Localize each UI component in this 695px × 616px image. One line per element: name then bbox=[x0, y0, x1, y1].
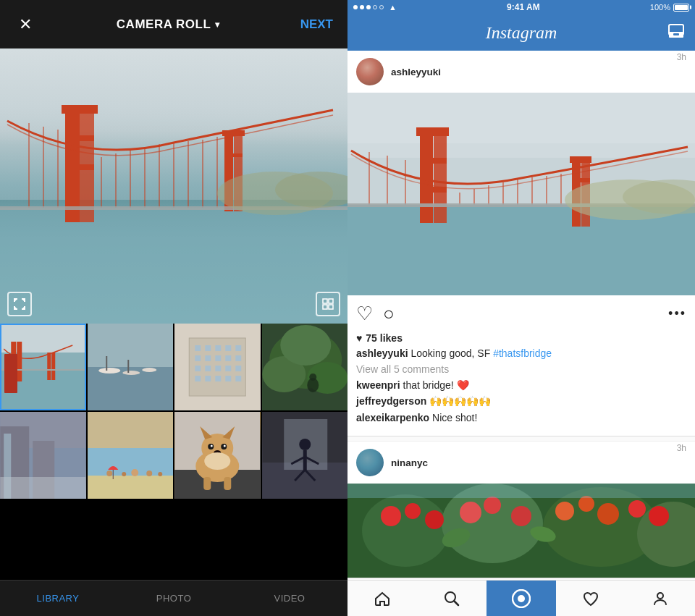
bridge-svg bbox=[0, 48, 348, 324]
thumbnail-8[interactable] bbox=[262, 412, 348, 499]
like-button[interactable]: ♡ bbox=[356, 303, 373, 325]
bottom-tabs: LIBRARY PHOTO VIDEO bbox=[0, 580, 348, 616]
post-1-header: ashleyyuki 3h bbox=[348, 51, 695, 93]
svg-rect-34 bbox=[47, 353, 51, 380]
svg-rect-27 bbox=[323, 305, 327, 309]
inbox-button[interactable] bbox=[668, 24, 684, 42]
svg-rect-64 bbox=[215, 376, 221, 381]
svg-rect-55 bbox=[225, 355, 231, 361]
svg-rect-9 bbox=[224, 153, 243, 157]
main-preview-area bbox=[0, 48, 348, 324]
multi-select-button[interactable] bbox=[316, 292, 340, 316]
battery-pct: 100% bbox=[650, 3, 670, 12]
post-1-user-info: ashleyyuki 3h bbox=[391, 65, 686, 78]
svg-point-149 bbox=[484, 497, 501, 514]
hashtag[interactable]: #thatsfbridge bbox=[493, 347, 552, 359]
camera-nav-icon bbox=[512, 589, 531, 608]
caption-username[interactable]: ashleyyuki bbox=[356, 347, 408, 359]
wifi-icon: ▲ bbox=[389, 3, 397, 12]
svg-point-162 bbox=[518, 595, 525, 602]
nav-profile-button[interactable] bbox=[626, 581, 695, 616]
svg-rect-53 bbox=[205, 355, 211, 361]
svg-rect-119 bbox=[416, 127, 449, 136]
svg-rect-31 bbox=[0, 371, 85, 410]
nav-home-button[interactable] bbox=[348, 581, 417, 616]
svg-rect-62 bbox=[195, 376, 201, 381]
close-button[interactable]: ✕ bbox=[14, 15, 36, 34]
thumbnail-2[interactable] bbox=[88, 324, 174, 410]
thumbnail-6[interactable] bbox=[88, 412, 174, 499]
svg-rect-3 bbox=[62, 105, 98, 114]
svg-rect-120 bbox=[420, 158, 447, 164]
tab-library[interactable]: LIBRARY bbox=[0, 581, 116, 616]
battery-fill bbox=[675, 5, 688, 10]
tab-video[interactable]: VIDEO bbox=[232, 581, 348, 616]
thumbnail-grid bbox=[0, 324, 348, 580]
svg-point-85 bbox=[131, 469, 138, 476]
commenter-2[interactable]: jeffreydgerson bbox=[356, 395, 426, 407]
svg-point-84 bbox=[122, 472, 126, 476]
thumbnail-4[interactable] bbox=[262, 324, 348, 410]
commenter-3[interactable]: alexeikarpenko bbox=[356, 412, 429, 423]
post-1-username[interactable]: ashleyyuki bbox=[391, 67, 441, 77]
svg-rect-32 bbox=[11, 342, 16, 381]
svg-rect-117 bbox=[420, 129, 433, 223]
post-1-avatar[interactable] bbox=[356, 58, 384, 85]
comment-button[interactable]: ○ bbox=[383, 303, 395, 325]
comment-1-text: that bridge! ❤️ bbox=[403, 379, 469, 391]
comment-2: jeffreydgerson 🙌🙌🙌🙌🙌 bbox=[356, 395, 686, 409]
post-1-image bbox=[348, 93, 695, 295]
svg-point-151 bbox=[555, 502, 574, 520]
svg-rect-124 bbox=[570, 156, 591, 163]
battery-bar bbox=[673, 4, 689, 12]
svg-point-39 bbox=[98, 368, 120, 374]
instagram-logo: Instagram bbox=[486, 23, 557, 43]
svg-rect-48 bbox=[205, 345, 211, 351]
thumbnail-1[interactable] bbox=[0, 324, 86, 410]
post-2-username[interactable]: ninanyc bbox=[391, 457, 428, 468]
caption-text: Looking good, SF bbox=[411, 347, 494, 359]
svg-rect-33 bbox=[17, 342, 22, 381]
inbox-icon bbox=[668, 24, 684, 38]
svg-point-96 bbox=[224, 445, 226, 447]
post-1: ashleyyuki 3h bbox=[348, 51, 695, 436]
svg-rect-66 bbox=[235, 376, 241, 381]
tab-photo[interactable]: PHOTO bbox=[116, 581, 232, 616]
post-1-actions: ♡ ○ ••• bbox=[348, 295, 695, 329]
thumbnail-7[interactable] bbox=[174, 412, 261, 499]
thumbnail-3[interactable] bbox=[174, 324, 261, 410]
nav-camera-button[interactable] bbox=[486, 581, 556, 616]
likes-count[interactable]: ♥ 75 likes bbox=[356, 332, 686, 344]
svg-rect-50 bbox=[225, 345, 231, 351]
svg-point-40 bbox=[122, 371, 140, 375]
status-bar: ▲ 9:41 AM 100% bbox=[348, 0, 695, 14]
instagram-panel: ▲ 9:41 AM 100% Instagram bbox=[348, 0, 695, 616]
expand-icon bbox=[14, 298, 25, 310]
svg-rect-99 bbox=[203, 477, 211, 490]
thumbnail-5[interactable] bbox=[0, 412, 86, 499]
nav-activity-button[interactable] bbox=[556, 581, 626, 616]
next-button[interactable]: NEXT bbox=[300, 17, 333, 32]
svg-point-145 bbox=[381, 506, 401, 526]
svg-point-154 bbox=[628, 500, 646, 518]
status-time: 9:41 AM bbox=[507, 2, 540, 12]
post-2-header: ninanyc 3h bbox=[348, 441, 695, 484]
commenter-1[interactable]: kweenpri bbox=[356, 379, 400, 391]
chevron-down-icon: ▾ bbox=[215, 20, 220, 30]
camera-roll-title-button[interactable]: CAMERA ROLL ▾ bbox=[117, 17, 220, 32]
view-comments-button[interactable]: View all 5 comments bbox=[356, 363, 686, 375]
svg-rect-158 bbox=[348, 484, 695, 498]
svg-rect-116 bbox=[348, 93, 695, 143]
post-2-avatar[interactable] bbox=[356, 449, 384, 476]
instagram-header: Instagram bbox=[348, 14, 695, 51]
nav-search-button[interactable] bbox=[417, 581, 486, 616]
comment-2-text: 🙌🙌🙌🙌🙌 bbox=[429, 395, 491, 407]
svg-rect-42 bbox=[106, 356, 107, 371]
home-icon bbox=[374, 590, 391, 607]
expand-button[interactable] bbox=[7, 292, 32, 316]
comment-3-text: Nice shot! bbox=[432, 412, 477, 423]
preview-controls bbox=[7, 292, 340, 316]
camera-roll-label: CAMERA ROLL bbox=[117, 17, 211, 32]
battery-area: 100% bbox=[650, 3, 689, 12]
more-options-button[interactable]: ••• bbox=[668, 306, 686, 321]
